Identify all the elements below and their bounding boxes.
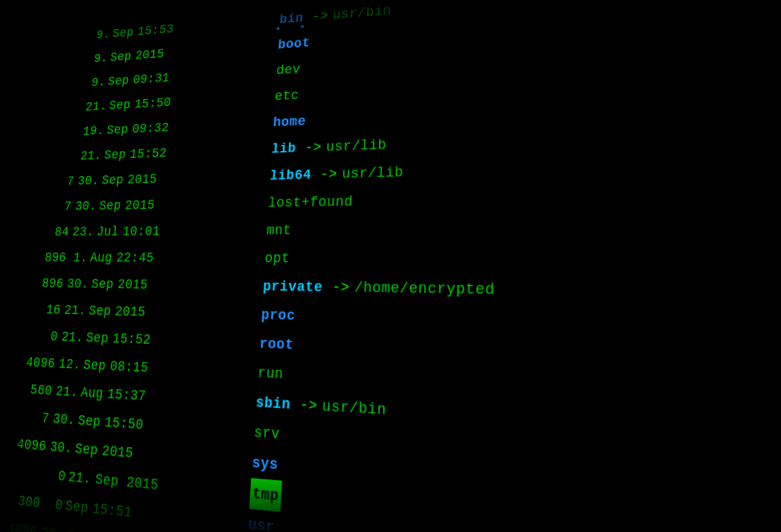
list-item: 84 23. Jul 10:01 <box>37 217 254 245</box>
terminal-inner: . . 9. Sep 15:53 9. Sep 2015 9. Sep <box>1 0 781 532</box>
list-item: 896 30. Sep 2015 <box>32 271 251 300</box>
list-item: 896 1. Aug 22:45 <box>35 245 252 273</box>
blue-dot: . . <box>273 14 310 35</box>
terminal-window: . . 9. Sep 15:53 9. Sep 2015 9. Sep <box>0 0 781 532</box>
right-column: bin -> usr/bin boot dev etc home lib <box>241 0 781 532</box>
left-column: 9. Sep 15:53 9. Sep 2015 9. Sep 09:31 <box>0 3 268 532</box>
list-item: 7 30. Sep 2015 <box>40 190 256 220</box>
